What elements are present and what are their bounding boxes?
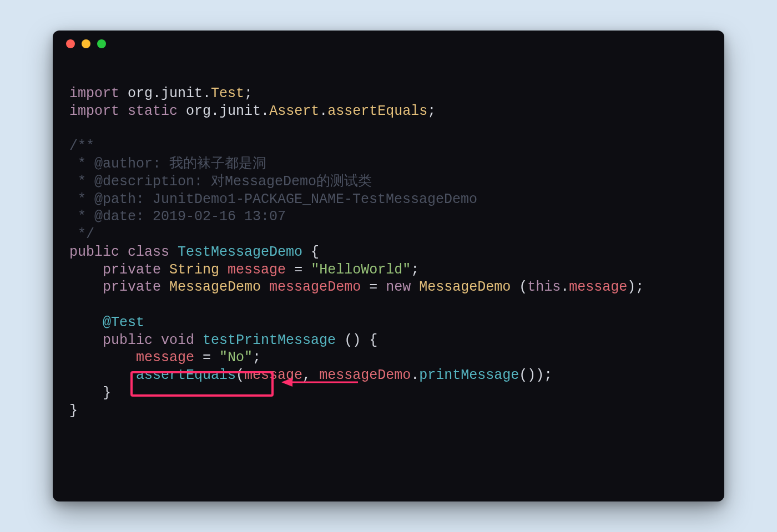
close-icon[interactable] — [66, 39, 75, 48]
code-line: message = "No"; — [69, 349, 261, 366]
code-line: @Test — [69, 315, 144, 331]
code-line: } — [69, 403, 78, 419]
code-line: import static org.junit.Assert.assertEqu… — [69, 103, 436, 119]
code-line: private MessageDemo messageDemo = new Me… — [69, 279, 644, 295]
comment-line: * @author: 我的袜子都是洞 — [69, 156, 266, 172]
code-line: public class TestMessageDemo { — [69, 244, 319, 260]
zoom-icon[interactable] — [97, 39, 106, 48]
code-window: import org.junit.Test; import static org… — [53, 31, 724, 501]
code-line: public void testPrintMessage () { — [69, 332, 377, 348]
code-area: import org.junit.Test; import static org… — [53, 57, 724, 501]
minimize-icon[interactable] — [82, 39, 90, 48]
comment-line: * @description: 对MessageDemo的测试类 — [69, 174, 372, 190]
window-title-bar — [53, 31, 724, 57]
code-line: assertEquals(message, messageDemo.printM… — [69, 367, 552, 383]
comment-line: * @date: 2019-02-16 13:07 — [69, 209, 286, 225]
comment-line: /** — [69, 138, 94, 154]
code-line: } — [69, 385, 111, 401]
comment-line: */ — [69, 226, 94, 242]
code-line: import org.junit.Test; — [69, 85, 253, 102]
comment-line: * @path: JunitDemo1-PACKAGE_NAME-TestMes… — [69, 191, 477, 207]
code-line: private String message = "HelloWorld"; — [69, 262, 419, 278]
